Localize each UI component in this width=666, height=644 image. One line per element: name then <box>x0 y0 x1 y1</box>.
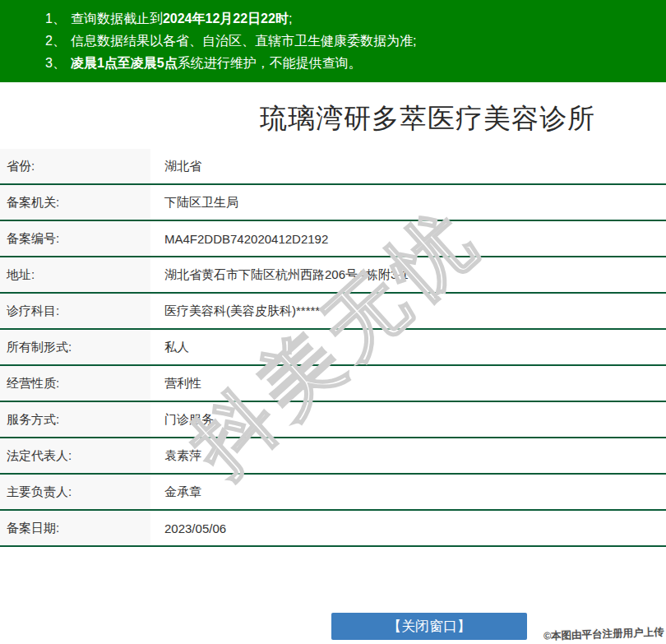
notice-text-segment: 信息数据结果以各省、自治区、直辖市卫生健康委数据为准; <box>71 34 416 48</box>
row-label: 诊疗科目: <box>0 294 150 328</box>
table-row: 法定代表人:袁素萍 <box>0 438 666 475</box>
row-value: 下陆区卫生局 <box>150 185 666 220</box>
row-label: 备案机关: <box>0 185 150 220</box>
row-value: 医疗美容科(美容皮肤科)****** <box>150 294 666 328</box>
row-value: 湖北省黄石市下陆区杭州西路206号A栋附3-1 <box>150 257 666 292</box>
row-label: 服务方式: <box>0 402 150 437</box>
notice-line: 1、查询数据截止到2024年12月22日22时; <box>45 7 658 30</box>
row-value: 营利性 <box>150 366 666 401</box>
notice-text-segment: ; <box>289 12 292 25</box>
row-value: 袁素萍 <box>150 438 666 473</box>
row-value: 私人 <box>150 330 666 364</box>
row-value: 金承章 <box>150 475 666 509</box>
table-row: 诊疗科目:医疗美容科(美容皮肤科)****** <box>0 294 666 330</box>
table-row: 所有制形式:私人 <box>0 330 666 366</box>
row-label: 法定代表人: <box>0 438 150 473</box>
table-row: 备案编号:MA4F2DDB742020412D2192 <box>0 221 666 257</box>
clinic-title: 琉璃湾研多萃医疗美容诊所 <box>95 100 666 137</box>
notice-text-segment: 查询数据截止到 <box>71 12 163 25</box>
notice-line: 2、信息数据结果以各省、自治区、直辖市卫生健康委数据为准; <box>45 30 658 52</box>
notice-banner: 1、查询数据截止到2024年12月22日22时;2、信息数据结果以各省、自治区、… <box>0 0 666 82</box>
table-row: 经营性质:营利性 <box>0 366 666 402</box>
row-value: 门诊服务 <box>150 402 666 437</box>
close-window-button[interactable]: 【关闭窗口】 <box>331 613 527 640</box>
row-label: 备案日期: <box>0 511 150 545</box>
notice-line-number: 3、 <box>45 56 66 70</box>
table-row: 备案机关:下陆区卫生局 <box>0 185 666 221</box>
row-label: 地址: <box>0 257 150 292</box>
info-table: 省份:湖北省备案机关:下陆区卫生局备案编号:MA4F2DDB742020412D… <box>0 149 666 547</box>
attribution-watermark: ©本图由平台注册用户上传 <box>543 625 664 643</box>
row-label: 省份: <box>0 149 150 183</box>
table-row: 服务方式:门诊服务 <box>0 402 666 438</box>
table-row: 备案日期:2023/05/06 <box>0 511 666 547</box>
row-value: 湖北省 <box>150 149 666 183</box>
notice-text-segment: 2024年12月22日22时 <box>163 12 289 25</box>
notice-line: 3、凌晨1点至凌晨5点系统进行维护，不能提供查询。 <box>45 52 658 74</box>
table-row: 地址:湖北省黄石市下陆区杭州西路206号A栋附3-1 <box>0 257 666 294</box>
notice-text-segment: 系统进行维护，不能提供查询。 <box>178 56 362 70</box>
row-label: 主要负责人: <box>0 475 150 509</box>
row-value: 2023/05/06 <box>150 511 666 545</box>
notice-line-number: 1、 <box>45 12 66 25</box>
row-label: 所有制形式: <box>0 330 150 364</box>
notice-text-segment: 凌晨1点至凌晨5点 <box>71 56 178 70</box>
row-value: MA4F2DDB742020412D2192 <box>150 221 666 256</box>
table-row: 主要负责人:金承章 <box>0 475 666 511</box>
notice-line-number: 2、 <box>45 34 66 48</box>
row-label: 经营性质: <box>0 366 150 401</box>
table-row: 省份:湖北省 <box>0 149 666 185</box>
row-label: 备案编号: <box>0 221 150 256</box>
